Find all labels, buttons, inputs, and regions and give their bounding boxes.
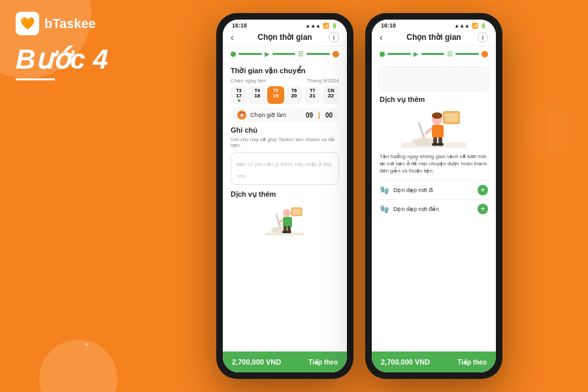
day-label-t3: T3 — [231, 88, 246, 93]
add-button-1[interactable]: + — [478, 185, 488, 195]
day-num-t7: 21 — [305, 93, 320, 99]
phones-container: 16:18 ▲▲▲ 📶 🔋 ‹ Chọn thời gian i ▶ ☰ — [144, 13, 575, 379]
addon-title-right: Dịch vụ thêm — [380, 95, 488, 104]
notes-input-box[interactable]: Bạn có yêu cầu gì thêm, hãy nhập ở đây n… — [231, 152, 339, 185]
svg-line-19 — [425, 128, 432, 134]
info-button-left[interactable]: i — [329, 32, 339, 42]
addon-name-2: Dọn dẹp nơi đến — [393, 206, 439, 212]
step-divider — [16, 78, 55, 80]
status-bar-left: 16:18 ▲▲▲ 📶 🔋 — [223, 20, 347, 30]
day-label-t6: T6 — [287, 88, 302, 93]
prog-end — [333, 51, 339, 57]
svg-rect-16 — [446, 114, 457, 122]
month-label: Tháng 9/2024 — [307, 78, 339, 84]
day-label-t4: T4 — [250, 88, 265, 93]
addon-item-2-left: 🧤 Dọn dẹp nơi đến — [380, 204, 439, 214]
time-min[interactable]: 00 — [325, 112, 333, 119]
next-button-right[interactable]: Tiếp theo — [457, 359, 487, 366]
phone-right-screen: 16:18 ▲▲▲ 📶 🔋 ‹ Chọn thời gian i ▶ ☰ — [372, 20, 496, 372]
svg-point-23 — [437, 143, 444, 146]
prog-icon-2: ☰ — [298, 50, 304, 57]
info-button-right[interactable]: i — [478, 32, 488, 42]
prog-line-1 — [238, 53, 262, 55]
addon-item-1-left: 🧤 Dọn dẹp nơi đi — [380, 186, 433, 195]
day-label-t7: T7 — [305, 88, 320, 93]
svg-point-24 — [432, 112, 442, 119]
svg-line-14 — [419, 122, 424, 138]
phone-right: 16:18 ▲▲▲ 📶 🔋 ‹ Chọn thời gian i ▶ ☰ — [365, 13, 502, 379]
day-num-t4: 18 — [250, 93, 265, 99]
price-left: 2,700,000 VND — [232, 358, 281, 366]
day-label-cn: CN — [323, 88, 338, 93]
prog-line-2 — [272, 53, 296, 55]
back-button-left[interactable]: ‹ — [231, 32, 234, 42]
time-separator: | — [318, 112, 320, 119]
transport-time-title: Thời gian vận chuyển — [231, 67, 339, 75]
status-icons-right: ▲▲▲ 📶 🔋 — [454, 23, 487, 29]
prog-line-3 — [306, 53, 330, 55]
svg-rect-18 — [432, 125, 444, 138]
prog-dot-r1 — [380, 52, 385, 57]
svg-rect-6 — [283, 217, 292, 227]
addon-name-1: Dọn dẹp nơi đi — [393, 187, 433, 193]
time-hour[interactable]: 09 — [306, 112, 313, 119]
next-button-left[interactable]: Tiếp theo — [308, 359, 338, 366]
step-label-area: Bước 4 — [16, 46, 108, 80]
prog-dot-1 — [231, 52, 236, 57]
back-button-right[interactable]: ‹ — [380, 32, 383, 42]
addon-illustration-right — [380, 106, 488, 149]
time-picker[interactable]: ⏰ Chọn giờ làm 09 | 00 — [231, 108, 339, 122]
battery-icon-r: 🔋 — [480, 23, 487, 29]
choose-day-label: Chọn ngày làm — [231, 78, 266, 84]
bottom-bar-right: 2,700,000 VND Tiếp theo — [372, 351, 496, 372]
status-time-left: 16:18 — [232, 22, 247, 29]
signal-icon-r: ▲▲▲ — [454, 23, 470, 29]
addon-title-left: Dịch vụ thêm — [231, 190, 339, 199]
addon-description: Tận hưởng ngay không gian sạch sẽ tươi m… — [380, 153, 488, 175]
screen-content-left: Thời gian vận chuyển Chọn ngày làm Tháng… — [223, 61, 347, 355]
logo-area: 🧡 bTaskee — [16, 12, 96, 35]
calendar-header: Chọn ngày làm Tháng 9/2024 — [231, 78, 339, 84]
prog-icon-1: ▶ — [265, 50, 270, 57]
notes-placeholder: Bạn có yêu cầu gì thêm, hãy nhập ở đây n… — [237, 161, 331, 179]
day-num-cn: 22 — [323, 93, 338, 99]
prog-icon-r1: ▶ — [414, 50, 419, 57]
day-num-t5: 19 — [268, 93, 283, 99]
day-t5[interactable]: T5 19 — [267, 86, 284, 104]
price-right: 2,700,000 VND — [381, 358, 430, 366]
status-bar-right: 16:18 ▲▲▲ 📶 🔋 — [372, 20, 496, 30]
phone-left: 16:18 ▲▲▲ 📶 🔋 ‹ Chọn thời gian i ▶ ☰ — [216, 13, 353, 379]
bottom-bar-left: 2,700,000 VND Tiếp theo — [223, 351, 347, 372]
add-button-2[interactable]: + — [478, 204, 488, 214]
right-content: Dịch vụ thêm — [372, 61, 496, 355]
choose-time-label: Chọn giờ làm — [250, 112, 302, 118]
days-row: T3 17 T4 18 T5 19 T6 20 — [231, 86, 339, 104]
addon-item-1[interactable]: 🧤 Dọn dẹp nơi đi + — [380, 180, 488, 199]
signal-icon: ▲▲▲ — [305, 23, 321, 29]
addon-illustration-left — [259, 201, 311, 237]
app-header-left: ‹ Chọn thời gian i — [223, 30, 347, 46]
day-t4[interactable]: T4 18 — [249, 86, 265, 104]
wifi-icon: 📶 — [323, 23, 329, 29]
day-num-t6: 20 — [287, 93, 302, 99]
decorative-dot-4 — [85, 343, 88, 346]
prog-line-r2 — [421, 53, 445, 55]
prog-icon-r2: ☰ — [447, 50, 453, 57]
prog-line-r1 — [387, 53, 411, 55]
notes-title: Ghi chú — [231, 126, 339, 134]
logo-icon: 🧡 — [16, 12, 39, 35]
status-icons-left: ▲▲▲ 📶 🔋 — [305, 23, 338, 29]
svg-line-2 — [276, 214, 280, 227]
day-t7[interactable]: T7 21 — [304, 86, 321, 104]
day-t6[interactable]: T6 20 — [286, 86, 302, 104]
day-cn[interactable]: CN 22 — [323, 86, 339, 104]
app-header-right: ‹ Chọn thời gian i — [372, 30, 496, 46]
progress-bar-right: ▶ ☰ — [372, 46, 496, 61]
day-t3[interactable]: T3 17 — [231, 86, 247, 104]
clock-icon: ⏰ — [237, 110, 246, 120]
header-title-left: Chọn thời gian — [257, 33, 312, 42]
right-addon-area: Dịch vụ thêm — [372, 95, 496, 218]
addon-item-2[interactable]: 🧤 Dọn dẹp nơi đến + — [380, 199, 488, 218]
battery-icon: 🔋 — [331, 23, 338, 29]
svg-point-5 — [283, 209, 291, 217]
